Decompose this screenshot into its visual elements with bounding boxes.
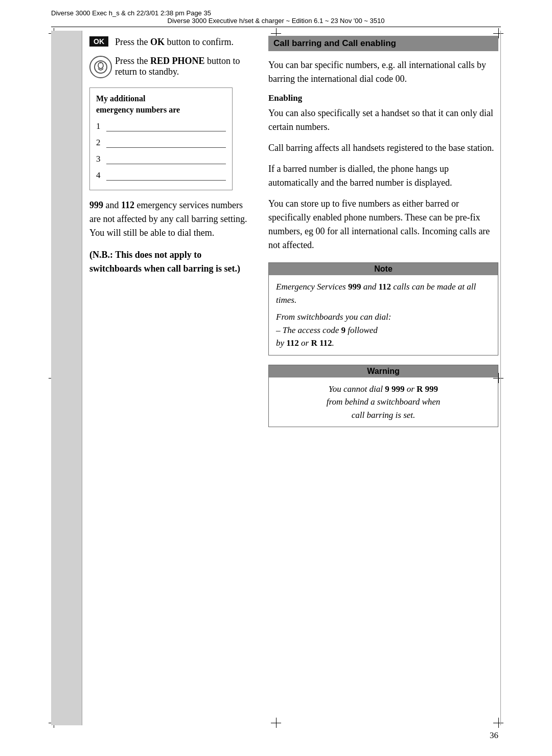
phone-svg	[94, 60, 107, 74]
note-line-2: From switchboards you can dial:	[276, 310, 491, 324]
emergency-line-2: 2	[96, 138, 226, 148]
ok-badge: OK	[89, 36, 108, 47]
ok-bold: OK	[150, 37, 165, 47]
note-content: Emergency Services 999 and 112 calls can…	[269, 275, 498, 355]
para-3: Call barring affects all handsets regist…	[268, 141, 498, 155]
right-column: Call barring and Call enabling You can b…	[268, 36, 498, 427]
red-phone-row: Press the RED PHONE button to return to …	[89, 56, 248, 78]
warning-call: call barring is set.	[352, 410, 416, 420]
left-border	[82, 31, 82, 725]
nb-bold-text: (N.B.: This does not apply to switchboar…	[89, 250, 240, 274]
right-border	[500, 31, 501, 725]
note-112: 112	[378, 282, 391, 292]
warning-content: You cannot dial 9 999 or R 999 from behi…	[269, 377, 498, 427]
red-phone-bold: RED PHONE	[150, 56, 205, 66]
para-2: You can also specifically set a handset …	[268, 106, 498, 134]
warning-box: Warning You cannot dial 9 999 or R 999 f…	[268, 365, 498, 428]
emergency-title-line1: My additional	[96, 94, 145, 103]
warning-you-cannot: You cannot dial	[329, 384, 385, 394]
note-line-3: – The access code 9 followed	[276, 324, 491, 337]
nb-text: (N.B.: This does not apply to switchboar…	[89, 248, 248, 276]
emergency-num-2: 2	[96, 138, 106, 148]
call-barring-heading: Call barring and Call enabling	[268, 36, 498, 51]
left-column: OK Press the OK button to confirm.	[89, 36, 248, 276]
enabling-label: Enabling	[268, 93, 498, 103]
emergency-num-3: 3	[96, 154, 106, 164]
emergency-numbers-box: My additional emergency numbers are 1 2 …	[89, 87, 233, 190]
emergency-line-4: 4	[96, 170, 226, 181]
content-area: OK Press the OK button to confirm.	[89, 36, 498, 720]
note-line-1: Emergency Services 999 and 112 calls can…	[276, 280, 491, 306]
note-followed: followed	[346, 325, 378, 335]
note-dot: .	[332, 338, 334, 348]
page-header: Diverse 3000 Exec h_s & ch 22/3/01 2:38 …	[51, 9, 501, 27]
note-line-4: by 112 or R 112.	[276, 337, 491, 350]
note-112b: 112	[286, 338, 299, 348]
emergency-num-4: 4	[96, 170, 106, 181]
sidebar-bar	[51, 31, 82, 725]
emergency-line-1: 1	[96, 121, 226, 131]
ok-row: OK Press the OK button to confirm.	[89, 36, 248, 50]
note-switchboard: From switchboards you can dial:	[276, 312, 391, 322]
emergency-line-3: 3	[96, 154, 226, 164]
warning-line-3: call barring is set.	[276, 409, 491, 422]
note-box: Note Emergency Services 999 and 112 call…	[268, 262, 498, 355]
page-number: 36	[490, 730, 498, 741]
emergency-title-line2: emergency numbers are	[96, 105, 180, 114]
warning-r999: R 999	[417, 384, 438, 394]
red-phone-text: Press the RED PHONE button to return to …	[115, 56, 248, 77]
note-r112: R 112	[311, 338, 332, 348]
note-and: and	[361, 282, 378, 292]
emergency-blank-2	[106, 140, 226, 148]
num-112: 112	[121, 200, 134, 210]
para-4: If a barred number is dialled, the phone…	[268, 162, 498, 190]
warning-line-1: You cannot dial 9 999 or R 999	[276, 383, 491, 396]
emergency-blank-4	[106, 172, 226, 181]
ok-badge-wrap: OK	[89, 36, 115, 50]
emergency-notice-text: 999 and 112 emergency services numbers a…	[89, 198, 248, 240]
note-by: by	[276, 338, 286, 348]
note-999: 999	[348, 282, 361, 292]
para-1: You can bar specific numbers, e.g. all i…	[268, 58, 498, 86]
header-line1: Diverse 3000 Exec h_s & ch 22/3/01 2:38 …	[51, 9, 211, 17]
note-access-code: – The access code	[276, 325, 341, 335]
warning-from: from behind a switchboard when	[327, 397, 441, 407]
ok-text: Press the OK button to confirm.	[115, 36, 248, 49]
note-emergency-italic: Emergency Services	[276, 282, 348, 292]
emergency-blank-3	[106, 156, 226, 164]
note-header: Note	[269, 263, 498, 275]
num-999: 999	[89, 200, 103, 210]
warning-9999: 9 999	[385, 384, 404, 394]
emergency-box-title: My additional emergency numbers are	[96, 93, 226, 116]
header-line2: Diverse 3000 Executive h/set & charger ~…	[168, 17, 385, 25]
phone-icon	[89, 56, 112, 78]
emergency-num-1: 1	[96, 121, 106, 131]
phone-icon-col	[89, 56, 115, 78]
warning-line-2: from behind a switchboard when	[276, 395, 491, 409]
emergency-blank-1	[106, 123, 226, 131]
warning-header: Warning	[269, 365, 498, 377]
note-or: or	[299, 338, 311, 348]
note-9: 9	[341, 325, 346, 335]
warning-or: or	[404, 384, 417, 394]
para-5: You can store up to five numbers as eith…	[268, 197, 498, 252]
